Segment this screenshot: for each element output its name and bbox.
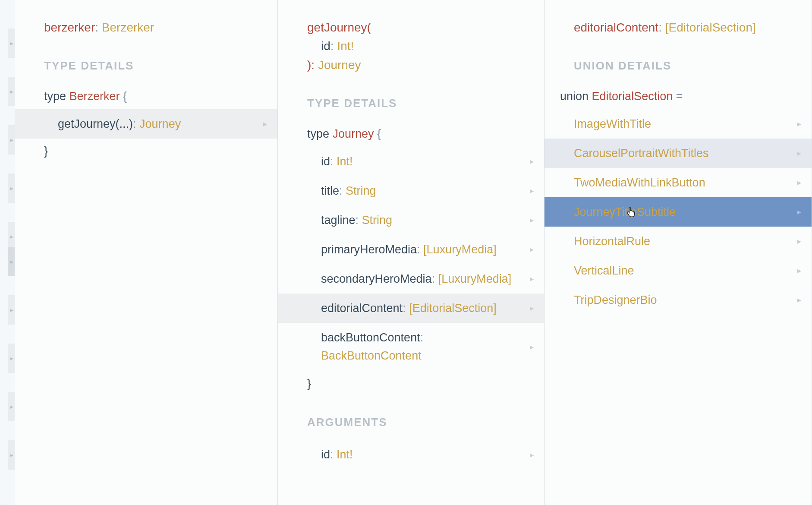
field-row-backbuttoncontent[interactable]: backButtonContent:BackButtonContent▸ <box>278 323 544 371</box>
chevron-right-icon: ▸ <box>797 119 801 129</box>
chevron-right-icon: ▸ <box>530 303 534 313</box>
union-member-imagewithtitle[interactable]: ImageWithTitle▸ <box>544 109 812 139</box>
header-type-name[interactable]: Berzerker <box>102 21 154 34</box>
type-open-brace: type Journey { <box>278 121 544 147</box>
argument-row-id[interactable]: id: Int! ▸ <box>278 440 544 470</box>
schema-explorer: ▸ ▸ ▸ ▸ ▸ ▸ ▸ ▸ ▸ ▸ berzerker: Berzerker… <box>0 0 812 505</box>
union-member-carouselportraitwithtitles[interactable]: CarouselPortraitWithTitles▸ <box>544 139 812 168</box>
field-row-secondaryheromedia[interactable]: secondaryHeroMedia: [LuxuryMedia]▸ <box>278 264 544 294</box>
type-open-brace: type Berzerker { <box>15 84 277 109</box>
union-member-label: TwoMediaWithLinkButton <box>574 176 705 189</box>
union-open: union EditorialSection = <box>544 84 812 109</box>
chevron-right-icon: ▸ <box>797 207 801 217</box>
column-header: getJourney( id: Int! ): Journey <box>278 0 544 90</box>
section-label-type-details: TYPE DETAILS <box>278 90 544 121</box>
chevron-right-icon: ▸ <box>530 450 534 460</box>
chevron-right-icon: ▸ <box>797 295 801 305</box>
chevron-right-icon: ▸ <box>530 215 534 225</box>
column-getjourney: getJourney( id: Int! ): Journey TYPE DET… <box>278 0 544 505</box>
column-berzerker: berzerker: Berzerker TYPE DETAILS type B… <box>15 0 278 505</box>
chevron-right-icon: ▸ <box>530 274 534 284</box>
column-header: berzerker: Berzerker <box>15 0 277 52</box>
field-row-getjourney[interactable]: getJourney(...): Journey ▸ <box>15 109 277 139</box>
type-close-brace: } <box>15 139 277 164</box>
column-header: editorialContent: [EditorialSection] <box>544 0 812 52</box>
chevron-right-icon: ▸ <box>530 186 534 196</box>
chevron-right-icon: ▸ <box>797 237 801 246</box>
field-row-primaryheromedia[interactable]: primaryHeroMedia: [LuxuryMedia]▸ <box>278 235 544 264</box>
chevron-right-icon: ▸ <box>530 342 534 352</box>
union-member-label: CarouselPortraitWithTitles <box>574 147 709 160</box>
type-close-brace: } <box>278 371 544 397</box>
union-member-label: HorizontalRule <box>574 235 650 248</box>
chevron-right-icon: ▸ <box>530 245 534 254</box>
chevron-right-icon: ▸ <box>797 148 801 158</box>
chevron-right-icon: ▸ <box>797 178 801 187</box>
union-member-horizontalrule[interactable]: HorizontalRule▸ <box>544 227 812 256</box>
prev-column-sliver: ▸ ▸ ▸ ▸ ▸ ▸ ▸ ▸ ▸ ▸ <box>0 0 15 505</box>
section-label-type-details: TYPE DETAILS <box>15 52 277 84</box>
column-editorialcontent: editorialContent: [EditorialSection] UNI… <box>544 0 812 505</box>
union-member-label: VerticalLine <box>574 264 634 278</box>
header-field-name: berzerker <box>44 21 95 34</box>
union-member-label: TripDesignerBio <box>574 294 657 307</box>
section-label-arguments: ARGUMENTS <box>278 397 544 440</box>
field-row-title[interactable]: title: String▸ <box>278 176 544 205</box>
union-member-label: ImageWithTitle <box>574 117 651 131</box>
union-member-journeytitlesubtitle[interactable]: JourneyTitleSubtitle▸ <box>544 197 812 227</box>
union-member-twomediawithlinkbutton[interactable]: TwoMediaWithLinkButton▸ <box>544 168 812 197</box>
field-row-id[interactable]: id: Int!▸ <box>278 147 544 176</box>
union-member-label: JourneyTitleSubtitle <box>574 205 676 219</box>
union-member-tripdesignerbio[interactable]: TripDesignerBio▸ <box>544 285 812 315</box>
chevron-right-icon: ▸ <box>263 119 267 129</box>
chevron-right-icon: ▸ <box>530 157 534 166</box>
field-row-editorialcontent[interactable]: editorialContent: [EditorialSection]▸ <box>278 294 544 323</box>
chevron-right-icon: ▸ <box>797 266 801 275</box>
field-row-tagline[interactable]: tagline: String▸ <box>278 205 544 235</box>
union-member-verticalline[interactable]: VerticalLine▸ <box>544 256 812 285</box>
section-label-union-details: UNION DETAILS <box>544 52 812 84</box>
